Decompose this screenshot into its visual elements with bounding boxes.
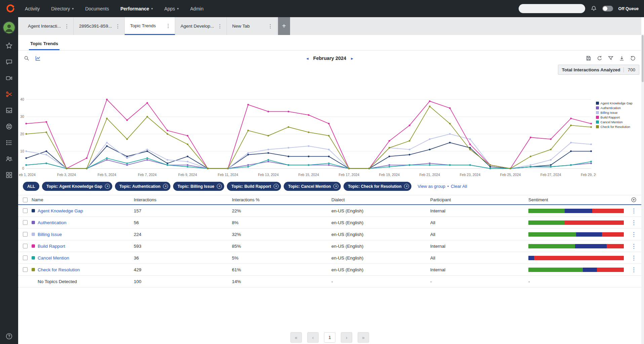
tab-menu-icon[interactable]: ⋮ xyxy=(64,24,69,29)
help-icon[interactable] xyxy=(5,333,13,340)
filter-all-chip[interactable]: ALL xyxy=(23,182,39,191)
queue-status-toggle[interactable] xyxy=(602,6,613,11)
workspace-tab-0[interactable]: Agent Interacti...⋮ xyxy=(23,17,74,35)
filter-chip-4[interactable]: Topic: Cancel Mention× xyxy=(284,182,341,191)
topic-name-link[interactable]: Cancel Mention xyxy=(38,255,69,261)
tab-menu-icon[interactable]: ⋮ xyxy=(115,24,120,29)
workspace-tab-1[interactable]: 2895c391-859...⋮ xyxy=(74,17,125,35)
remove-filter-icon[interactable]: × xyxy=(217,184,222,189)
list-icon[interactable] xyxy=(5,139,13,146)
new-tab-button[interactable]: + xyxy=(278,17,290,35)
genesys-logo-icon[interactable] xyxy=(5,4,15,14)
remove-filter-icon[interactable]: × xyxy=(163,184,168,189)
clear-all-link[interactable]: Clear All xyxy=(451,184,467,189)
filter-chip-1[interactable]: Topic: Authentication× xyxy=(115,182,170,191)
global-search-box[interactable] xyxy=(519,4,585,13)
column-sentiment[interactable]: Sentiment xyxy=(528,197,629,202)
filter-chip-2[interactable]: Topic: Billing Issue× xyxy=(173,182,224,191)
save-view-icon[interactable] xyxy=(586,55,592,61)
nav-apps[interactable]: Apps▾ xyxy=(164,6,179,11)
interactions-value: 429 xyxy=(134,267,142,272)
reset-history-icon[interactable] xyxy=(630,55,636,61)
inbox-icon[interactable] xyxy=(5,107,13,114)
row-menu-icon[interactable]: ⋮ xyxy=(631,254,637,262)
row-checkbox[interactable] xyxy=(23,220,28,225)
remove-filter-icon[interactable]: × xyxy=(333,184,338,189)
subtab-topic-trends[interactable]: Topic Trends xyxy=(29,37,59,50)
view-as-group-link[interactable]: View as group xyxy=(417,184,445,189)
people-icon[interactable] xyxy=(5,155,13,163)
search-icon[interactable] xyxy=(24,55,30,61)
nav-activity[interactable]: Activity xyxy=(25,6,40,11)
filter-icon[interactable] xyxy=(608,55,614,61)
trend-chart-view-icon[interactable] xyxy=(35,55,41,61)
support-lifebuoy-icon[interactable] xyxy=(5,123,13,130)
nav-documents[interactable]: Documents xyxy=(85,6,109,11)
remove-filter-icon[interactable]: × xyxy=(105,184,110,189)
last-page-button[interactable]: » xyxy=(358,332,369,343)
column-interactions-pct[interactable]: Interactions % xyxy=(232,197,331,202)
legend-swatch xyxy=(596,121,599,124)
download-icon[interactable] xyxy=(619,55,625,61)
remove-filter-icon[interactable]: × xyxy=(404,184,409,189)
notifications-bell-icon[interactable] xyxy=(591,5,597,12)
select-all-checkbox[interactable] xyxy=(23,198,28,202)
row-checkbox[interactable] xyxy=(23,208,28,213)
topic-name-link[interactable]: Billing Issue xyxy=(38,232,62,237)
add-column-icon[interactable] xyxy=(631,197,637,203)
row-menu-icon[interactable]: ⋮ xyxy=(631,219,637,226)
remove-filter-icon[interactable]: × xyxy=(274,184,279,189)
filter-chip-3[interactable]: Topic: Build Rapport× xyxy=(227,182,281,191)
column-interactions[interactable]: Interactions xyxy=(134,197,232,202)
apps-grid-icon[interactable] xyxy=(5,171,13,179)
refresh-icon[interactable] xyxy=(597,55,603,61)
workspace-tab-2[interactable]: Topic Trends⋮ xyxy=(125,17,175,35)
global-search-input[interactable] xyxy=(522,6,581,11)
chat-icon[interactable] xyxy=(5,58,13,66)
vertical-scrollbar[interactable] xyxy=(641,34,644,344)
topic-name-link[interactable]: Agent Knowledge Gap xyxy=(38,208,83,213)
svg-text:Feb 19, 2024: Feb 19, 2024 xyxy=(379,173,400,177)
view-toolbar: ◂ February 2024 ▸ xyxy=(18,50,641,66)
user-avatar[interactable] xyxy=(3,22,15,33)
row-checkbox[interactable] xyxy=(23,255,28,260)
row-checkbox[interactable] xyxy=(23,232,28,237)
row-checkbox[interactable] xyxy=(23,244,28,248)
favorites-star-icon[interactable] xyxy=(5,42,13,49)
date-range-label[interactable]: February 2024 xyxy=(313,56,346,61)
interactions-scissors-icon[interactable] xyxy=(5,91,13,98)
first-page-button[interactable]: « xyxy=(290,332,302,343)
prev-page-button[interactable]: ‹ xyxy=(307,332,319,343)
row-menu-icon[interactable]: ⋮ xyxy=(631,231,637,238)
participant-value: All xyxy=(430,255,435,261)
workspace-tab-4[interactable]: New Tab⋮ xyxy=(227,17,277,35)
nav-admin[interactable]: Admin xyxy=(190,6,204,11)
nav-directory[interactable]: Directory▾ xyxy=(51,6,74,11)
tab-menu-icon[interactable]: ⋮ xyxy=(268,24,273,29)
prev-month-icon[interactable]: ◂ xyxy=(306,56,309,61)
column-participant[interactable]: Participant xyxy=(430,197,528,202)
scrollbar-thumb[interactable] xyxy=(642,35,644,82)
video-icon[interactable] xyxy=(5,74,13,82)
legend-swatch xyxy=(596,102,599,105)
column-name[interactable]: Name xyxy=(32,197,134,202)
row-menu-icon[interactable]: ⋮ xyxy=(631,266,637,273)
topic-name-link[interactable]: Check for Resolution xyxy=(38,267,80,272)
row-menu-icon[interactable]: ⋮ xyxy=(631,243,637,250)
row-menu-icon[interactable]: ⋮ xyxy=(631,207,637,214)
next-month-icon[interactable]: ▸ xyxy=(351,56,353,61)
next-page-button[interactable]: › xyxy=(341,332,352,343)
tab-menu-icon[interactable]: ⋮ xyxy=(166,23,171,28)
filter-chip-0[interactable]: Topic: Agent Knowledge Gap× xyxy=(42,182,112,191)
sentiment-bar xyxy=(528,268,624,272)
filter-chip-5[interactable]: Topic: Check for Resolution× xyxy=(344,182,411,191)
sentiment-neutral-segment xyxy=(528,256,534,260)
workspace-tab-3[interactable]: Agent Develop...⋮ xyxy=(175,17,227,35)
nav-performance[interactable]: Performance▾ xyxy=(120,6,153,11)
row-checkbox[interactable] xyxy=(23,267,28,272)
topic-name-link[interactable]: Authentication xyxy=(38,220,67,225)
tab-menu-icon[interactable]: ⋮ xyxy=(217,24,223,29)
column-dialect[interactable]: Dialect xyxy=(331,197,430,202)
nav-label: Documents xyxy=(85,6,109,11)
topic-name-link[interactable]: Build Rapport xyxy=(38,244,65,249)
